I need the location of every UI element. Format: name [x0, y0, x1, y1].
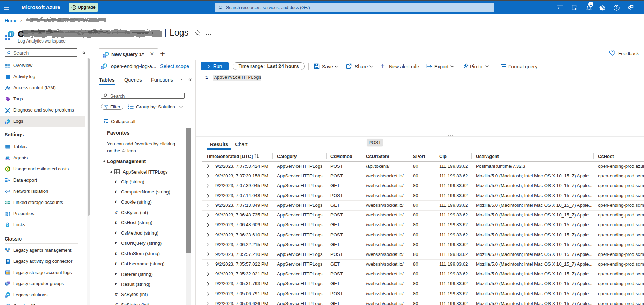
- svg-text:?: ?: [615, 6, 617, 10]
